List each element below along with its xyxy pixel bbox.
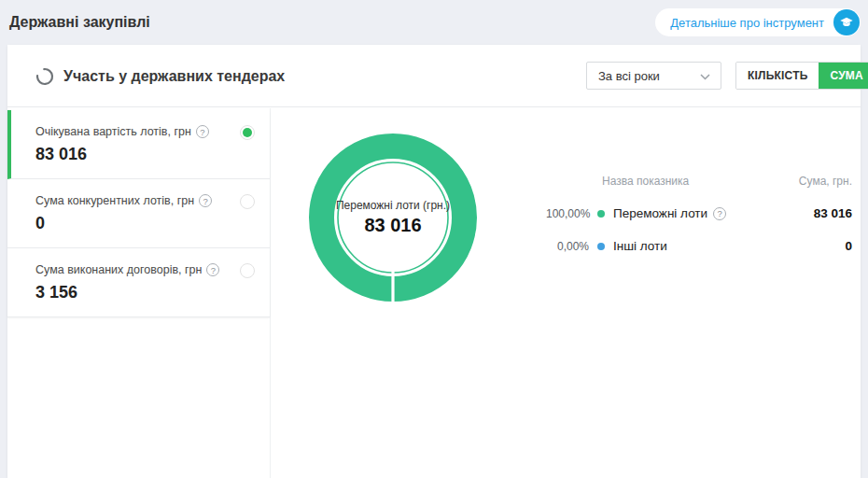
donut-ring-segment [322,147,465,289]
legend-row-winning-lots: 100,00% Переможні лоти 83 016 [546,206,852,220]
legend-value: 0 [845,239,852,253]
chevron-down-icon [700,69,710,83]
metric-value: 3 156 [35,283,229,302]
legend-label: Інші лоти [613,239,667,253]
donut-chart [300,124,486,311]
legend-percent: 100,00% [546,207,589,220]
metric-title: Сума виконаних договорів, грн [35,263,229,276]
legend-value: 83 016 [814,206,852,220]
legend-value-header: Сума, грн. [799,175,852,188]
graduation-cap-icon [833,9,860,35]
legend-header: Назва показника Сума, грн. [546,175,852,188]
loader-icon [35,67,54,86]
chart-area: Переможні лоти (грн.) 83 016 Назва показ… [271,108,861,478]
toggle-count-button[interactable]: КІЛЬКІСТЬ [736,63,819,89]
legend-name-header: Назва показника [602,175,689,188]
panel-header: Участь у державних тендерах За всі роки … [7,45,861,107]
procurement-panel: Участь у державних тендерах За всі роки … [7,45,861,478]
legend-label: Переможні лоти [613,206,726,220]
metric-value: 83 016 [35,145,229,164]
help-tool-label: Детальніше про інструмент [670,16,824,30]
metric-radio[interactable] [240,194,255,209]
donut-inner-ring [338,162,448,273]
legend-percent: 0,00% [546,240,589,253]
help-icon[interactable] [713,207,726,220]
metric-radio-selected[interactable] [240,125,255,140]
metric-title: Сума конкурентних лотів, грн [35,194,229,207]
metrics-sidebar: Очікувана вартість лотів, грн 83 016 Сум… [7,108,271,478]
legend-row-other-lots: 0,00% Інші лоти 0 [546,239,852,253]
help-icon[interactable] [206,263,219,276]
page-title: Державні закупівлі [9,14,150,31]
blue-dot-icon [597,243,605,250]
help-icon[interactable] [199,194,212,207]
chart-legend: Назва показника Сума, грн. 100,00% Перем… [546,175,852,253]
metric-value: 0 [35,214,229,233]
metric-radio[interactable] [240,263,255,278]
help-icon[interactable] [196,125,209,138]
count-sum-toggle: КІЛЬКІСТЬ СУМА [735,62,868,90]
help-tool-button[interactable]: Детальніше про інструмент [655,8,861,36]
metric-card-completed-contracts[interactable]: Сума виконаних договорів, грн 3 156 [7,248,270,317]
metric-title: Очікувана вартість лотів, грн [35,125,229,138]
metric-card-expected-value[interactable]: Очікувана вартість лотів, грн 83 016 [7,110,270,179]
metric-card-competitive-lots[interactable]: Сума конкурентних лотів, грн 0 [7,179,270,248]
year-filter-value: За всі роки [598,69,660,83]
green-dot-icon [597,210,605,218]
topbar: Державні закупівлі Детальніше про інстру… [0,0,868,45]
year-filter-dropdown[interactable]: За всі роки [586,62,721,90]
toggle-sum-button[interactable]: СУМА [819,63,868,89]
section-title: Участь у державних тендерах [63,68,285,85]
